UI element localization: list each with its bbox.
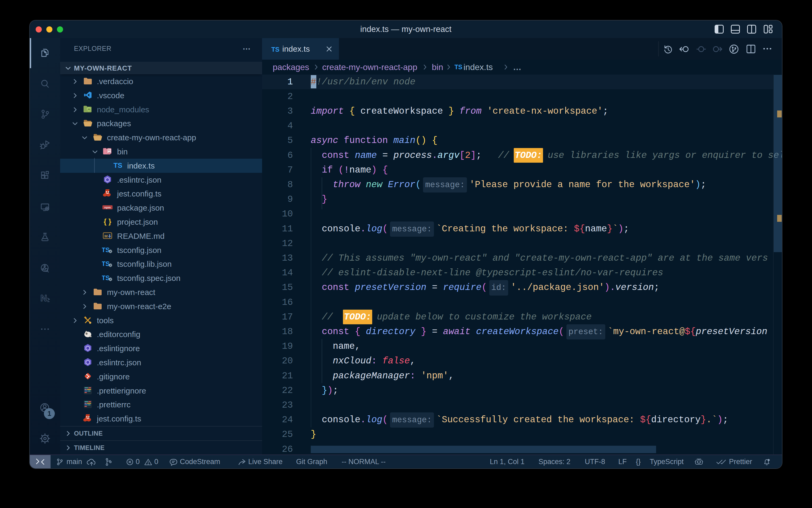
svg-text:JS: JS: [87, 108, 90, 111]
svg-text:{ }: { }: [104, 217, 111, 225]
svg-text:TS: TS: [113, 161, 122, 169]
svg-text:TS: TS: [102, 260, 110, 267]
svg-text:10: 10: [108, 151, 111, 154]
svg-text:M: M: [104, 234, 108, 238]
svg-text:TS: TS: [102, 246, 110, 253]
svg-text:TS: TS: [102, 274, 110, 282]
svg-text:npm: npm: [104, 206, 111, 209]
svg-text:N: N: [40, 293, 47, 303]
